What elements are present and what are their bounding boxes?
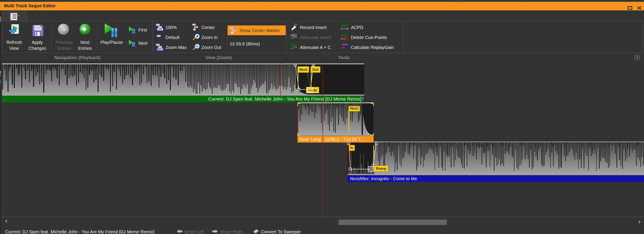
svg-text:In: In (350, 146, 354, 150)
svg-text:Ramp: Ramp (376, 166, 386, 171)
svg-text:Next: Next (299, 68, 308, 72)
svg-text:Next: Next (350, 106, 358, 111)
svg-text:Out: Out (312, 68, 319, 72)
